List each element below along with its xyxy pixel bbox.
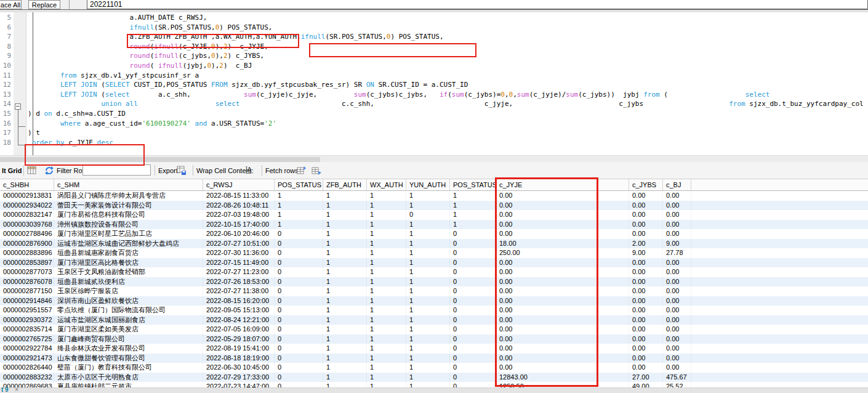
grid-cell[interactable]: 0 [450, 239, 496, 249]
grid-cell[interactable]: 2022-08-26 10:48:11 [203, 201, 275, 211]
grid-cell[interactable]: 0 [275, 248, 323, 258]
grid-cell[interactable]: 1 [367, 248, 406, 258]
column-header-c_BJ[interactable]: c_BJ [663, 179, 691, 190]
grid-cell[interactable]: 0.00 [629, 315, 663, 325]
grid-cell[interactable]: 0000003039768 [0, 220, 54, 230]
export-icon[interactable] [177, 166, 187, 176]
code-line[interactable]: from sjzx_db.v1_yyf_stpcusinf_sr a [28, 71, 864, 81]
grid-cell[interactable]: 1 [323, 277, 367, 287]
grid-cell[interactable]: 1 [367, 344, 406, 354]
grid-cell[interactable]: 蕾田天一美家装饰设计有限公司 [54, 201, 203, 211]
grid-cell[interactable]: 1 [406, 286, 450, 296]
column-header-c_SHM[interactable]: c_SHM [54, 179, 203, 190]
grid-cell[interactable]: 0 [450, 296, 496, 306]
grid-cell[interactable]: 1 [406, 201, 450, 211]
grid-cell[interactable]: 1 [367, 277, 406, 287]
code-line[interactable]: order by c_JYJE desc [28, 138, 864, 148]
grid-cell[interactable]: 1 [275, 220, 323, 230]
grid-cell[interactable]: 厦门市易裕信息科技有限公司 [54, 210, 203, 220]
grid-cell[interactable]: 2022-05-29 18:07:00 [203, 334, 275, 344]
grid-cell[interactable]: 1 [367, 296, 406, 306]
column-header-c_SHBH[interactable]: c_SHBH [0, 179, 54, 190]
grid-cell[interactable]: 1 [367, 373, 406, 383]
grid-cell[interactable]: 1 [406, 267, 450, 277]
grid-cell[interactable]: 0.00 [663, 334, 691, 344]
grid-cell[interactable]: 1 [323, 363, 367, 373]
grid-cell[interactable]: 1 [367, 229, 406, 239]
grid-cell[interactable]: 2022-07-27 10:51:00 [203, 239, 275, 249]
grid-cell[interactable]: 0 [450, 344, 496, 354]
grid-cell[interactable]: 1 [406, 191, 450, 201]
grid-cell[interactable]: 1 [406, 248, 450, 258]
grid-cell[interactable]: 0000002835714 [0, 325, 54, 334]
replace-button[interactable]: Replace [28, 0, 60, 9]
grid-cell[interactable]: 1 [367, 201, 406, 211]
code-line[interactable]: a.AUTH_DATE c_RWSJ, [28, 13, 864, 23]
grid-cell[interactable]: 0 [406, 210, 450, 220]
grid-cell[interactable]: 475.67 [663, 373, 691, 383]
grid-cell[interactable]: 0 [275, 286, 323, 296]
grid-cell[interactable]: 0000002877150 [0, 286, 54, 296]
grid-cell[interactable]: 0.00 [663, 258, 691, 268]
grid-cell[interactable]: 0 [275, 277, 323, 287]
grid-cell[interactable]: 1 [450, 201, 496, 211]
grid-cell[interactable]: 0.00 [663, 229, 691, 239]
grid-cell[interactable]: 1 [406, 306, 450, 315]
grid-cell[interactable]: 1 [406, 258, 450, 268]
code-line[interactable]: where a.age_cust_id='6100190274' and a.U… [28, 119, 864, 129]
grid-cell[interactable]: 0.00 [629, 363, 663, 373]
grid-cell[interactable]: 2022-08-15 11:33:00 [203, 191, 275, 201]
grid-cell[interactable]: 1 [323, 306, 367, 315]
grid-cell[interactable]: 1 [406, 220, 450, 230]
grid-cell[interactable]: 1 [367, 354, 406, 363]
grid-cell[interactable]: 0 [275, 239, 323, 249]
grid-cell[interactable]: 厦门市湖里区柔如美美发店 [54, 325, 203, 334]
grid-cell[interactable]: 0.00 [629, 334, 663, 344]
grid-cell[interactable]: 1 [323, 286, 367, 296]
wrap-cell-content-icon[interactable]: ĪA [246, 166, 251, 174]
grid-cell[interactable]: 0.00 [663, 306, 691, 315]
grid-cell[interactable]: 1 [406, 229, 450, 239]
code-line[interactable]: ifnull(SR.POS_STATUS,0) POS_STATUS, [28, 23, 864, 33]
grid-cell[interactable]: 0000002832147 [0, 210, 54, 220]
grid-cell[interactable]: 9.00 [629, 248, 663, 258]
grid-cell[interactable]: 1 [406, 239, 450, 249]
grid-cell[interactable]: 2022-10-15 17:40:00 [203, 220, 275, 230]
code-area[interactable]: a.AUTH_DATE c_RWSJ, ifnull(SR.POS_STATUS… [28, 13, 864, 147]
grid-cell[interactable]: 0 [450, 258, 496, 268]
grid-cell[interactable]: 绛县余林沃农业开发有限公司 [54, 344, 203, 354]
grid-cell[interactable]: 1 [367, 267, 406, 277]
code-line[interactable]: LEFT JOIN (SELECT CUST_ID,POS_STATUS FRO… [28, 80, 864, 90]
grid-cell[interactable]: 1 [323, 201, 367, 211]
code-line[interactable]: LEFT JOIN (select a.c_shh, sum(c_jyje)c_… [28, 90, 864, 100]
find-input[interactable] [87, 0, 868, 9]
grid-cell[interactable]: 0.00 [629, 210, 663, 220]
grid-cell[interactable]: 1 [275, 191, 323, 201]
grid-cell[interactable]: 1 [367, 220, 406, 230]
grid-cell[interactable]: 0.00 [663, 210, 691, 220]
grid-cell[interactable]: 1 [323, 248, 367, 258]
grid-cell[interactable]: 0.00 [629, 220, 663, 230]
grid-cell[interactable]: 1 [323, 373, 367, 383]
grid-cell[interactable]: 璧苗（厦门）教育科技有限公司 [54, 363, 203, 373]
grid-cell[interactable]: 0 [275, 344, 323, 354]
column-header-WX_AUTH[interactable]: WX_AUTH [367, 179, 406, 190]
grid-cell[interactable]: 1 [323, 258, 367, 268]
grid-cell[interactable]: 涡阳县义门镇陈庄华帅太厨具专营店 [54, 191, 203, 201]
grid-cell[interactable]: 1 [323, 220, 367, 230]
grid-cell[interactable]: 0.00 [663, 191, 691, 201]
grid-cell[interactable]: 2022-06-10 20:46:00 [203, 229, 275, 239]
code-line[interactable]: union all select c.c_shh, c_jyje, c_jybs… [28, 99, 864, 109]
grid-cell[interactable]: 0.00 [629, 306, 663, 315]
grid-cell[interactable]: 0 [450, 315, 496, 325]
grid-cell[interactable]: 2022-07-26 18:53:00 [203, 277, 275, 287]
grid-cell[interactable]: 漳州镇旗数控设备有限公司 [54, 220, 203, 230]
grid-cell[interactable]: 运城市盐湖区东城国丽副食店 [54, 315, 203, 325]
grid-cell[interactable]: 1 [323, 229, 367, 239]
column-header-POS_STATUS[interactable]: POS_STATUS [450, 179, 496, 190]
grid-cell[interactable]: 0000002883232 [0, 373, 54, 383]
grid-cell[interactable]: 9.00 [663, 239, 691, 249]
fold-collapse-icon[interactable] [15, 103, 21, 110]
grid-cell[interactable]: 1 [323, 210, 367, 220]
grid-cell[interactable]: 0000002934022 [0, 201, 54, 211]
